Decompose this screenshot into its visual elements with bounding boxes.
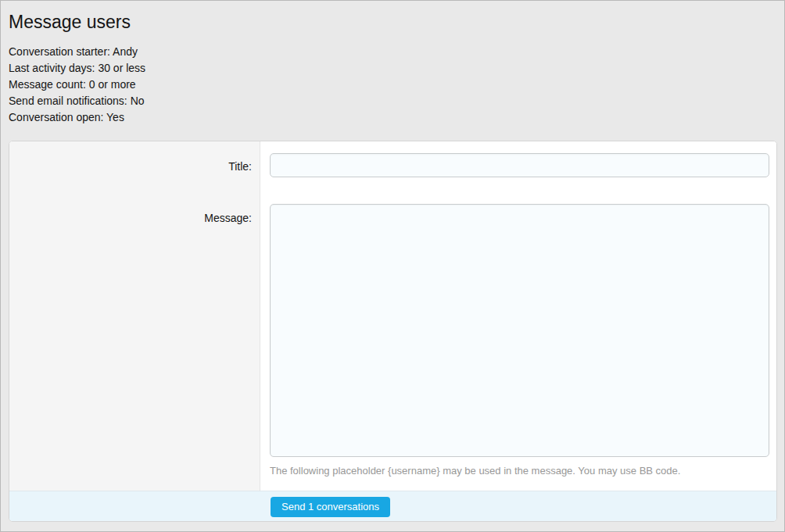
message-form-panel: Title: Message: The following placeholde…: [9, 141, 777, 522]
title-label: Title:: [9, 141, 260, 177]
page-title: Message users: [9, 10, 776, 34]
form-footer: Send 1 conversations: [9, 491, 776, 521]
criteria-last-activity-days: Last activity days: 30 or less: [9, 60, 776, 77]
criteria-conversation-starter: Conversation starter: Andy: [9, 44, 776, 60]
message-users-page: Message users Conversation starter: Andy…: [0, 0, 785, 532]
message-textarea[interactable]: [270, 204, 769, 457]
message-control-cell: The following placeholder {username} may…: [260, 177, 776, 477]
criteria-message-count: Message count: 0 or more: [9, 77, 776, 93]
criteria-summary: Conversation starter: Andy Last activity…: [9, 44, 776, 126]
placeholder-helper-text: The following placeholder {username} may…: [270, 465, 769, 477]
criteria-send-email-notifications: Send email notifications: No: [9, 93, 776, 109]
criteria-conversation-open: Conversation open: Yes: [9, 109, 776, 126]
content-column-filler: [260, 477, 776, 491]
message-label: Message:: [9, 177, 260, 477]
send-conversations-button[interactable]: Send 1 conversations: [271, 497, 390, 517]
title-control-cell: [260, 141, 776, 177]
title-input[interactable]: [270, 153, 769, 177]
page-header: Message users Conversation starter: Andy…: [1, 1, 784, 141]
label-column-filler: [9, 477, 260, 491]
message-form: Title: Message: The following placeholde…: [9, 141, 776, 491]
